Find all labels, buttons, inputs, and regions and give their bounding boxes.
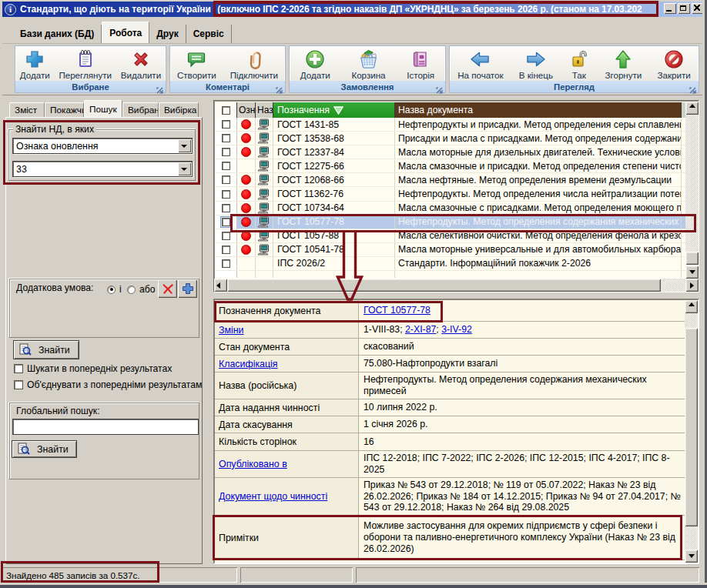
scroll-thumb[interactable] (685, 252, 699, 265)
group-comments-caption: Коментарі (170, 81, 285, 92)
scroll-down-button[interactable] (685, 266, 699, 279)
minimize-button[interactable] (664, 3, 676, 14)
column-header-ozn[interactable]: Озн (237, 102, 256, 118)
tab-contents[interactable]: Зміст (9, 102, 45, 117)
details-label-link[interactable]: Документ щодо чинності (219, 491, 327, 502)
select-all-header[interactable] (216, 102, 237, 118)
scroll-thumb[interactable] (685, 328, 698, 526)
details-label-link[interactable]: Опубліковано в (219, 459, 287, 469)
tab-index[interactable]: Покажчик (45, 102, 84, 117)
global-search-label: Глобальний пошук: (14, 406, 102, 416)
row-checkbox[interactable] (222, 162, 230, 170)
dropdown-arrow-icon (181, 145, 187, 148)
tab-print[interactable]: Друк (149, 25, 186, 43)
table-row[interactable]: ГОСТ 10541-78Масла моторные универсальны… (216, 243, 697, 257)
search-value-dropdown-button[interactable] (178, 162, 191, 175)
tab-selection[interactable]: Вибірка (159, 102, 199, 117)
panel-splitter[interactable] (203, 97, 213, 564)
table-vertical-scrollbar[interactable] (685, 102, 699, 279)
row-checkbox[interactable] (222, 259, 230, 268)
view-favorite-button[interactable]: Переглянути (57, 48, 113, 80)
details-value-link[interactable]: ГОСТ 10577-78 (364, 305, 431, 316)
tab-favorites[interactable]: Вибране (122, 102, 159, 117)
table-row[interactable]: ГОСТ 1431-85Нефтепродукты и присадки. Ме… (216, 118, 697, 132)
global-search-input[interactable] (12, 419, 199, 435)
table-row[interactable]: ГОСТ 12275-66Масла смазочные и присадки.… (216, 159, 697, 173)
details-label-link[interactable]: Зміни (219, 325, 244, 336)
find-button[interactable]: Знайти (13, 340, 79, 359)
table-row[interactable]: ГОСТ 12068-66Масла нефтяные. Метод опред… (216, 173, 697, 187)
scroll-right-button[interactable] (685, 279, 699, 292)
attach-comment-button[interactable]: Підключити (229, 48, 280, 80)
table-row[interactable]: ГОСТ 1057-88Масла селективной очистки. М… (216, 229, 697, 243)
basket-button[interactable]: Корзина (350, 48, 387, 80)
details-vertical-scrollbar[interactable] (685, 300, 698, 563)
details-value-link[interactable]: 3-IV-92 (441, 324, 472, 335)
add-favorite-button[interactable]: Додати (18, 48, 52, 80)
table-row[interactable]: ГОСТ 13538-68Присадки и масла с присадка… (216, 132, 697, 145)
row-checkbox[interactable] (222, 134, 230, 142)
history-button[interactable]: Історія (405, 48, 436, 80)
add-condition-button[interactable] (178, 279, 197, 298)
table-row[interactable]: ГОСТ 10734-64Масла смазочные с присадкам… (216, 202, 697, 215)
details-label: Примітки (215, 516, 359, 560)
yes-button[interactable]: Так (567, 48, 591, 80)
dialog-launcher-icon[interactable] (689, 83, 696, 90)
select-all-checkbox[interactable] (222, 106, 230, 115)
merge-previous-checkbox[interactable]: Об'єднувати з попередніми результатами (14, 379, 203, 390)
search-field-combobox[interactable]: Ознака оновлення (12, 138, 193, 154)
go-last-button[interactable]: В кінець (518, 48, 555, 80)
table-row[interactable]: ГОСТ 12337-84Масла моторные для дизельны… (216, 145, 697, 159)
scroll-up-button[interactable] (685, 102, 699, 115)
dialog-launcher-icon[interactable] (436, 83, 443, 90)
row-checkbox[interactable] (222, 246, 230, 254)
remove-condition-button[interactable] (158, 279, 177, 298)
search-field-dropdown-button[interactable] (178, 139, 191, 152)
table-row[interactable]: ГОСТ 11362-76Нефтепродукты. Метод опреде… (216, 187, 697, 201)
scroll-down-button[interactable] (685, 550, 698, 563)
close-icon (694, 5, 700, 11)
column-header-title[interactable]: Назва документа (395, 102, 682, 118)
row-checkbox[interactable] (222, 120, 230, 129)
scroll-up-button[interactable] (685, 300, 698, 313)
table-row[interactable]: ІПС 2026/2Стандарти. Інформаційний покаж… (216, 257, 697, 271)
scroll-track[interactable] (685, 115, 699, 252)
details-label-link[interactable]: Класифікація (219, 359, 278, 369)
tab-work[interactable]: Робота (102, 22, 149, 43)
row-checkbox[interactable] (222, 232, 230, 240)
dialog-launcher-icon[interactable] (276, 83, 283, 90)
dialog-launcher-icon[interactable] (156, 83, 163, 90)
scroll-track[interactable] (661, 279, 685, 292)
create-comment-button[interactable]: Створити (176, 48, 218, 80)
row-checkbox[interactable] (222, 148, 230, 156)
row-checkbox[interactable] (222, 190, 230, 199)
radio-and[interactable]: і (107, 284, 122, 295)
tab-search[interactable]: Пошук (84, 100, 122, 117)
row-checkbox[interactable] (222, 175, 230, 184)
radio-or[interactable]: або (127, 284, 156, 295)
column-header-designation[interactable]: Позначення (273, 102, 395, 118)
table-row[interactable]: ГОСТ 10577-78Нефтепродукты. Метод опреде… (216, 215, 697, 229)
tab-service[interactable]: Сервіс (186, 25, 232, 43)
collapse-button[interactable]: Згорнути (603, 48, 643, 80)
row-checkbox[interactable] (222, 218, 230, 226)
scroll-thumb[interactable] (227, 279, 661, 292)
row-update-flag-cell (237, 243, 256, 256)
search-previous-checkbox[interactable]: Шукати в попередніх результатах (14, 363, 203, 374)
add-order-button[interactable]: Додати (299, 48, 332, 80)
search-value-combobox[interactable]: 33 (12, 161, 193, 177)
go-first-button[interactable]: На початок (456, 48, 504, 80)
close-button[interactable]: Закрити (656, 48, 692, 80)
arrow-right-icon (525, 48, 546, 69)
scroll-left-button[interactable] (214, 279, 227, 292)
details-value-link[interactable]: 2-XI-87 (405, 324, 436, 335)
maximize-button[interactable] (678, 3, 690, 14)
global-find-button[interactable]: Знайти (12, 440, 77, 458)
tab-databases[interactable]: Бази даних (БД) (13, 25, 102, 43)
row-checkbox[interactable] (222, 204, 230, 212)
table-horizontal-scrollbar[interactable] (214, 279, 699, 292)
delete-favorite-button[interactable]: Видалити (119, 48, 163, 80)
column-header-naz[interactable]: Наз (256, 102, 273, 118)
scroll-track[interactable] (685, 313, 698, 328)
scroll-track[interactable] (685, 526, 698, 550)
